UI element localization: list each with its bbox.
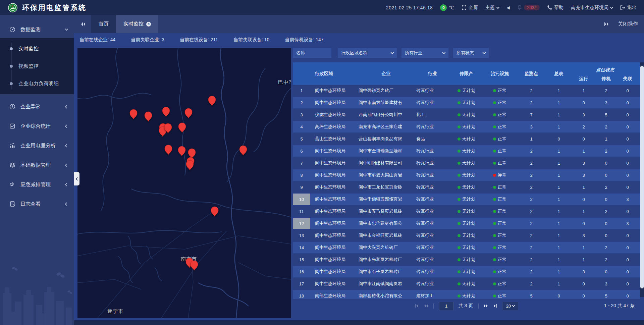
map-pin[interactable]	[239, 145, 247, 156]
header-enterprise: 企业	[357, 62, 415, 85]
status-text: 正常	[498, 208, 506, 214]
cell-suspend-status: 无计划	[450, 206, 483, 217]
table-row[interactable]: 18南部生态环境局南部县砖化小沱有限公建材加工无计划正常50050	[293, 290, 640, 299]
tabs-scroll-left-button[interactable]	[74, 15, 91, 33]
status-text: 无计划	[462, 196, 475, 202]
table-row[interactable]: 8阆中生态环境局阆中市枣碧大梁山页岩砖瓦行业无计划异常21300	[293, 169, 640, 181]
status-dot-green	[493, 294, 496, 297]
table-row[interactable]: 11阆中生态环境局阆中市五马桥页岩机砖砖瓦行业无计划正常21120	[293, 206, 640, 217]
scrollbar-thumb[interactable]	[640, 66, 644, 288]
cell-lost: 0	[617, 145, 638, 157]
map-pin[interactable]	[178, 122, 186, 133]
sidebar-item-video-monitoring[interactable]: 视频监控	[0, 57, 74, 75]
speaker-mute-button[interactable]: ◀	[506, 5, 510, 10]
notification-bell[interactable]: 2632	[517, 5, 540, 10]
close-operations-button[interactable]: 关闭操作	[618, 21, 638, 27]
map-pin[interactable]	[162, 107, 170, 117]
sidebar-item-realtime-monitoring[interactable]: 实时监控	[0, 40, 74, 57]
chevron-left-icon	[65, 105, 68, 108]
status-dot-green	[458, 89, 461, 92]
table-row[interactable]: 9阆中生态环境局阆中市二龙长宝页岩砖砖瓦行业无计划正常21120	[293, 181, 640, 193]
status-dot-green	[493, 138, 496, 141]
cell-industry: 砖瓦行业	[415, 230, 450, 241]
org-dropdown[interactable]: 南充市生态环境局	[571, 5, 613, 11]
cell-run: 0	[572, 218, 595, 229]
map-pin[interactable]	[164, 145, 172, 155]
cell-industry: 砖瓦行业	[415, 218, 450, 229]
industry-filter-value: 所有行业	[405, 50, 422, 56]
region-filter-select[interactable]: 行政区域名称	[338, 48, 397, 58]
cell-facility-status: 正常	[483, 290, 517, 299]
table-row[interactable]: 5营山生态环境局营山县润丰肉食品有限食品无计划正常10010	[293, 133, 640, 145]
table-row[interactable]: 15阆中生态环境局阆中市光富页岩机砖厂砖瓦行业无计划正常21120	[293, 254, 640, 265]
table-row[interactable]: 7阆中生态环境局阆中明阳建材有限公司砖瓦行业无计划正常21300	[293, 157, 640, 169]
table-row[interactable]: 2阆中生态环境局阆中市南方节能建材有砖瓦行业无计划正常21030	[293, 97, 640, 108]
theme-dropdown[interactable]: 主题	[485, 5, 499, 11]
map-pin[interactable]	[144, 111, 152, 122]
cell-run: 3	[572, 266, 595, 277]
cell-enterprise: 阆中市五马桥页岩机砖	[357, 206, 415, 217]
cell-enterprise: 南充市高坪区王家店建	[357, 121, 415, 132]
cell-enterprise: 阆中强锐页岩砖厂	[357, 85, 415, 96]
map-pin[interactable]	[164, 123, 172, 133]
table-row[interactable]: 16阆中生态环境局阆中市石子页岩机砖厂砖瓦行业无计划正常21300	[293, 266, 640, 277]
tab-close-icon[interactable]: ×	[146, 22, 151, 26]
cell-monitor: 2	[517, 254, 546, 265]
sidebar-collapse-handle[interactable]	[74, 172, 79, 185]
cell-monitor: 7	[517, 109, 546, 120]
map-pin[interactable]	[178, 146, 186, 156]
status-text: 无计划	[462, 245, 475, 251]
status-filter-select[interactable]: 所有状态	[453, 48, 489, 58]
last-page-button[interactable]	[493, 304, 497, 308]
cell-stop: 2	[595, 145, 617, 157]
tab-realtime-monitoring[interactable]: 实时监控 ×	[116, 15, 158, 33]
tab-home[interactable]: 首页	[91, 15, 116, 33]
map-pin[interactable]	[208, 96, 216, 106]
table-row[interactable]: 17阆中生态环境局阆中市江南镇阆南页岩砖瓦行业无计划正常21030	[293, 278, 640, 289]
page-size-select[interactable]: 20	[502, 302, 518, 310]
cell-lost: 0	[617, 230, 638, 241]
map-pin[interactable]	[184, 108, 193, 118]
table-row[interactable]: 13阆中生态环境局阆中市金福旺页岩机砖砖瓦行业无计划正常21300	[293, 230, 640, 241]
cell-enterprise: 阆中市枣碧大梁山页岩	[357, 169, 415, 181]
cell-facility-status: 正常	[483, 206, 517, 217]
next-page-button[interactable]	[484, 304, 488, 308]
table-row[interactable]: 4高坪生态环境局南充市高坪区王家店建砖瓦行业无计划正常31220	[293, 121, 640, 132]
sidebar-item-emergency-reduction[interactable]: 应急减排管理	[0, 176, 74, 193]
table-row[interactable]: 10阆中生态环境局阆中千佛镇五郎垭页岩砖瓦行业无计划正常21003	[293, 194, 640, 205]
sidebar-item-data-monitoring[interactable]: 数据监测	[0, 21, 74, 38]
cell-industry: 砖瓦行业	[415, 181, 450, 193]
sidebar-item-enterprise-abnormal[interactable]: 企业异常	[0, 98, 74, 115]
name-filter-input[interactable]: 名称	[293, 48, 331, 58]
table-row[interactable]: 12阆中生态环境局阆中市忠信建材有限公砖瓦行业无计划正常21003	[293, 218, 640, 229]
industry-filter-select[interactable]: 所有行业	[401, 48, 448, 58]
first-page-button[interactable]	[415, 304, 419, 308]
table-row[interactable]: 1阆中生态环境局阆中强锐页岩砖厂砖瓦行业无计划正常21120	[293, 85, 640, 96]
sidebar-item-power-load-detail[interactable]: 企业电力负荷明细	[0, 75, 74, 92]
sidebar-item-power-analysis[interactable]: 企业用电量分析	[0, 137, 74, 154]
cell-enterprise: 西南油气田分公司川中	[357, 109, 415, 120]
header-industry: 行业	[415, 62, 450, 85]
table-row[interactable]: 14阆中生态环境局阆中大兴页岩机砖厂砖瓦行业无计划正常21120	[293, 242, 640, 253]
table-row[interactable]: 6阆中生态环境局阆中市金博瑞新型墙材砖瓦行业无计划正常21120	[293, 145, 640, 157]
sidebar-item-log-view[interactable]: 日志查看	[0, 196, 74, 212]
logout-button[interactable]: 退出	[620, 5, 637, 11]
map-pin[interactable]	[211, 206, 219, 217]
cell-run: 1	[572, 145, 595, 157]
map-pin[interactable]	[190, 260, 198, 271]
table-row[interactable]: 3仪陇生态环境局西南油气田分公司川中化工无计划正常71350	[293, 109, 640, 120]
map-canvas[interactable]: 巴中市 南充市 遂宁市	[77, 48, 291, 318]
stat-value: 211	[211, 37, 218, 42]
tabs-scroll-right-button[interactable]	[604, 22, 609, 26]
map-pin[interactable]	[129, 109, 138, 119]
cell-suspend-status: 无计划	[450, 121, 483, 132]
sidebar-item-enterprise-statistics[interactable]: 企业综合统计	[0, 118, 74, 134]
help-button[interactable]: 帮助	[547, 5, 564, 11]
status-dot-green	[493, 210, 496, 213]
sidebar-item-base-data[interactable]: 基础数据管理	[0, 157, 74, 173]
map-pin[interactable]	[186, 160, 194, 170]
prev-page-button[interactable]	[424, 304, 428, 308]
page-number-input[interactable]	[439, 302, 454, 310]
fullscreen-button[interactable]: 全屏	[462, 5, 478, 11]
main-content: 巴中市 南充市 遂宁市 名称 行政区域名称 所有行业 所有状态 行政区域 企业 …	[74, 46, 644, 320]
